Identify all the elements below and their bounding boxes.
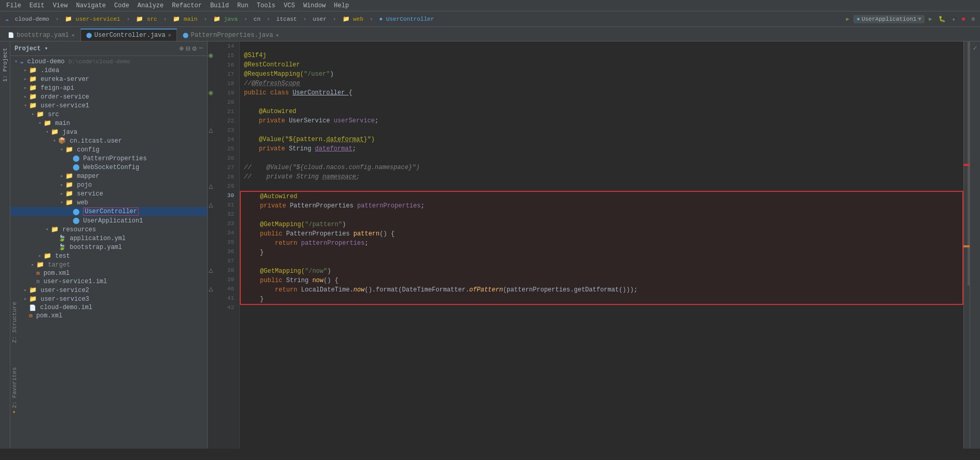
tree-root-cloud-demo[interactable]: ▾ ☁ cloud-demo D:\code\cloud-demo [10,57,207,66]
tree-config[interactable]: ▾ 📁 config [10,145,207,154]
expand-arrow-config[interactable]: ▾ [58,147,65,152]
expand-arrow[interactable]: ▾ [12,59,20,64]
toolbar-main[interactable]: 📁 main [171,15,199,23]
tree-idea[interactable]: ▸ 📁 .idea [10,66,207,75]
toolbar-usercontroller[interactable]: ● UserController [377,15,437,23]
tab-patternproperties-close[interactable]: ✕ [276,32,279,38]
toolbar-src[interactable]: 📁 src [134,15,159,23]
tree-pom-root[interactable]: m pom.xml [10,312,207,320]
gutter-icon-38[interactable]: △ [209,266,213,274]
expand-arrow-us3[interactable]: ▸ [22,296,29,302]
toolbar-coverage-button[interactable]: ⬧ [950,15,958,23]
expand-arrow-main[interactable]: ▾ [36,120,44,126]
toolbar-run-button[interactable]: ▶ [927,15,934,23]
tree-web[interactable]: ▾ 📁 web [10,198,207,207]
menu-analyze[interactable]: Analyze [133,0,168,11]
expand-arrow-pojo[interactable]: ▸ [58,182,65,188]
tab-bootstrap-yaml[interactable]: 📄 bootstrap.yaml ✕ [2,29,80,41]
menu-help[interactable]: Help [330,0,353,11]
tree-mapper[interactable]: ▸ 📁 mapper [10,172,207,180]
toolbar-settings-icon[interactable]: ⚙ [969,15,977,23]
menu-run[interactable]: Run [233,0,253,11]
tree-bootstrap-yaml[interactable]: 🍃 bootstrap.yaml [10,243,207,252]
tree-user-service2[interactable]: ▸ 📁 user-service2 [10,286,207,295]
favorites-panel-label[interactable]: ★ 2: Favorites [10,365,19,417]
toolbar-user[interactable]: user [311,15,329,23]
menu-window[interactable]: Window [299,0,330,11]
expand-arrow-us1[interactable]: ▾ [22,103,29,108]
toolbar-debug-button[interactable]: 🐛 [936,15,948,23]
expand-arrow-order[interactable]: ▸ [22,94,29,100]
tree-userapplication1[interactable]: ⬤ UserApplication1 [10,216,207,225]
toolbar-cloud-demo[interactable]: cloud-demo [13,15,51,23]
expand-arrow-resources[interactable]: ▾ [44,227,51,232]
tab-patternproperties-java[interactable]: ⬤ PatternProperties.java ✕ [177,29,284,41]
tree-package[interactable]: ▾ 📦 cn.itcast.user [10,136,207,145]
tab-usercontroller-java[interactable]: ⬤ UserController.java ✕ [80,29,177,41]
expand-arrow-idea[interactable]: ▸ [22,67,29,73]
expand-arrow-src[interactable]: ▾ [29,111,36,117]
menu-code[interactable]: Code [110,0,133,11]
tree-target[interactable]: ▸ 📁 target [10,260,207,269]
sidebar-add-icon[interactable]: ⊕ [179,44,183,53]
toolbar-user-service1[interactable]: 📁 user-service1 [63,15,122,23]
expand-arrow-feign[interactable]: ▸ [22,85,29,91]
tree-feign-api[interactable]: ▸ 📁 feign-api [10,83,207,92]
tree-cloud-demo-iml[interactable]: 📄 cloud-demo.iml [10,303,207,312]
toolbar-itcast[interactable]: itcast [274,15,299,23]
run-config-dropdown[interactable]: ● UserApplication1 ▼ [853,15,924,23]
tree-user-service3[interactable]: ▸ 📁 user-service3 [10,295,207,303]
menu-file[interactable]: File [2,0,25,11]
menu-tools[interactable]: Tools [253,0,280,11]
tree-service[interactable]: ▸ 📁 service [10,189,207,198]
sidebar-collapse-icon[interactable]: ⊟ [186,44,190,53]
tree-user-service1[interactable]: ▾ 📁 user-service1 [10,101,207,110]
tree-pom-us1[interactable]: m pom.xml [10,269,207,277]
expand-arrow-test[interactable]: ▸ [36,253,44,259]
gutter-icon-24[interactable]: △ [209,126,213,134]
editor-scrollbar[interactable] [963,41,970,449]
tree-us1-iml[interactable]: m user-service1.iml [10,277,207,286]
expand-arrow-us2[interactable]: ▸ [22,287,29,293]
expand-arrow-java[interactable]: ▾ [44,129,51,135]
gutter-icon-39[interactable]: △ [209,284,213,293]
sidebar-hide-icon[interactable]: − [199,44,203,53]
expand-arrow-target[interactable]: ▸ [29,262,36,268]
tree-resources[interactable]: ▾ 📁 resources [10,225,207,234]
gutter-icon-30[interactable]: △ [209,182,213,190]
menu-build[interactable]: Build [206,0,233,11]
tree-websocket-config[interactable]: ⬤ WebSocketConfig [10,163,207,172]
toolbar-java[interactable]: 📁 java [211,15,240,23]
expand-arrow-eureka[interactable]: ▸ [22,76,29,82]
tree-usercontroller[interactable]: ⬤ UserController [10,207,207,216]
expand-arrow-service[interactable]: ▸ [58,191,65,197]
project-panel-label[interactable]: 1: Project [1,46,9,84]
menu-refactor[interactable]: Refactor [168,0,206,11]
tree-test[interactable]: ▸ 📁 test [10,252,207,260]
tree-java[interactable]: ▾ 📁 java [10,128,207,136]
menu-navigate[interactable]: Navigate [72,0,110,11]
expand-arrow-web[interactable]: ▾ [58,200,65,205]
gutter-icon-22[interactable]: ◉ [209,88,213,97]
tree-eureka-server[interactable]: ▸ 📁 eureka-server [10,75,207,83]
toolbar-cn[interactable]: cn [252,15,263,23]
green-check-icon[interactable]: ✓ [971,41,979,54]
tree-pattern-properties[interactable]: ⬤ PatternProperties [10,154,207,163]
sidebar-settings-icon[interactable]: ⚙ [192,44,196,53]
tree-order-service[interactable]: ▸ 📁 order-service [10,92,207,101]
gutter-icon-32[interactable]: △ [209,200,213,209]
expand-arrow-mapper[interactable]: ▸ [58,173,65,179]
toolbar-web[interactable]: 📁 web [341,15,365,23]
tab-bootstrap-close[interactable]: ✕ [72,32,75,38]
tree-src[interactable]: ▾ 📁 src [10,110,207,119]
code-content[interactable]: @Slf4j @RestController @RequestMapping("… [240,41,963,449]
structure-panel-label[interactable]: Z: Structure [10,300,19,345]
menu-vcs[interactable]: VCS [280,0,300,11]
menu-view[interactable]: View [49,0,72,11]
toolbar-stop-button[interactable]: ■ [960,15,968,23]
menu-edit[interactable]: Edit [25,0,49,11]
tab-usercontroller-close[interactable]: ✕ [168,32,171,38]
gutter-icon-15[interactable]: ◉ [209,51,213,60]
tree-main[interactable]: ▾ 📁 main [10,119,207,128]
expand-arrow-package[interactable]: ▾ [51,138,58,144]
